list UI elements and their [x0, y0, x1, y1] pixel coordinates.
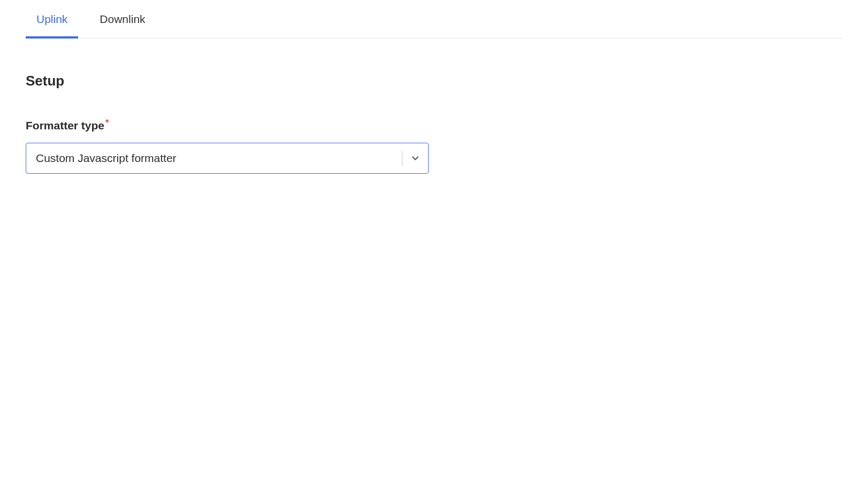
- chevron-down-icon: [410, 153, 421, 164]
- required-marker: *: [105, 118, 109, 128]
- select-separator: [402, 151, 402, 166]
- formatter-type-select[interactable]: Custom Javascript formatter: [26, 143, 429, 174]
- tab-uplink[interactable]: Uplink: [26, 0, 78, 38]
- formatter-type-label: Formatter type *: [26, 119, 842, 132]
- formatter-type-select-wrapper: Custom Javascript formatter Use applicat…: [26, 143, 429, 174]
- select-value: Custom Javascript formatter: [36, 152, 177, 165]
- label-text: Formatter type: [26, 119, 104, 132]
- select-indicator: [402, 151, 421, 166]
- tabs-bar: Uplink Downlink: [26, 0, 842, 38]
- setup-heading: Setup: [26, 73, 842, 89]
- tab-downlink[interactable]: Downlink: [89, 0, 156, 38]
